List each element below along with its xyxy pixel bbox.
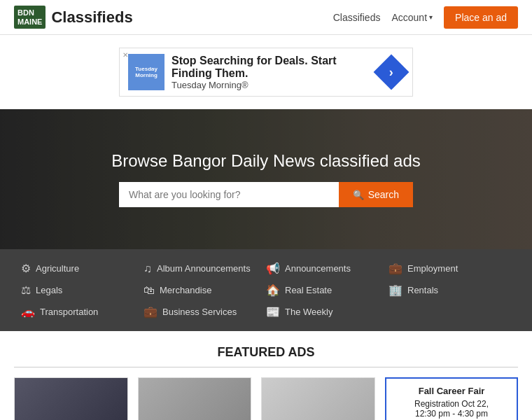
- event-box[interactable]: Fall Career Fair Registration Oct 22, 12…: [385, 377, 518, 420]
- featured-section: FEATURED ADS NOTICE OF PUBLIC HEADING Fa…: [0, 331, 532, 420]
- search-icon: 🔍: [353, 190, 364, 200]
- ad-banner-arrow-icon: ›: [374, 55, 410, 90]
- category-item[interactable]: 🏠Real Estate: [266, 284, 388, 297]
- category-item[interactable]: 🛍Merchandise: [144, 284, 266, 297]
- search-button[interactable]: 🔍 Search: [339, 182, 413, 207]
- category-label: Rentals: [407, 285, 438, 295]
- category-icon: ⚖: [21, 284, 31, 297]
- category-label: The Weekly: [285, 307, 332, 317]
- category-item[interactable]: 💼Business Services: [144, 305, 266, 318]
- category-item[interactable]: ♫Album Announcements: [144, 262, 266, 275]
- category-icon: 💼: [144, 305, 158, 318]
- category-label: Album Announcements: [157, 263, 251, 274]
- ad-banner-subtitle: Tuesday Morning®: [172, 80, 372, 90]
- featured-card-image-2: [139, 378, 251, 420]
- category-icon: ♫: [144, 262, 152, 275]
- featured-card-1[interactable]: [14, 377, 128, 420]
- ad-banner-container: ✕ Tuesday Morning Stop Searching for Dea…: [0, 41, 532, 104]
- featured-row: NOTICE OF PUBLIC HEADING Fall Career Fai…: [14, 377, 518, 420]
- category-label: Announcements: [285, 263, 351, 274]
- category-icon: 🏠: [266, 284, 280, 297]
- category-item[interactable]: 📢Announcements: [266, 262, 388, 275]
- category-icon: 🚗: [21, 305, 35, 318]
- event-line2: Registration Oct 22,: [396, 399, 507, 409]
- ad-banner-image: Tuesday Morning: [128, 54, 164, 90]
- chevron-down-icon: ▾: [429, 13, 433, 21]
- search-bar: 🔍 Search: [119, 182, 413, 207]
- ad-banner[interactable]: ✕ Tuesday Morning Stop Searching for Dea…: [119, 48, 413, 97]
- bdn-logo: BDN MAINE: [14, 6, 46, 28]
- featured-card-image-1: [15, 378, 127, 420]
- category-label: Transportation: [40, 307, 98, 317]
- category-label: Legals: [36, 285, 62, 295]
- nav-account-menu[interactable]: Account ▾: [391, 12, 433, 23]
- category-item[interactable]: 💼Employment: [388, 262, 511, 275]
- header-logo-area: BDN MAINE Classifieds: [14, 6, 133, 28]
- featured-card-3[interactable]: [261, 377, 375, 420]
- category-icon: 📰: [266, 305, 280, 318]
- ad-banner-text: Stop Searching for Deals. Start Finding …: [172, 55, 372, 90]
- nav-classifieds-link[interactable]: Classifieds: [333, 12, 381, 23]
- category-label: Real Estate: [285, 285, 332, 295]
- categories-section: ⚙Agriculture♫Album Announcements📢Announc…: [0, 249, 532, 331]
- search-input[interactable]: [119, 182, 339, 207]
- hero-content: Browse Bangor Daily News classified ads …: [0, 109, 532, 249]
- category-label: Employment: [407, 263, 458, 274]
- categories-grid: ⚙Agriculture♫Album Announcements📢Announc…: [21, 262, 511, 318]
- place-ad-button[interactable]: Place an ad: [444, 6, 518, 29]
- header-nav: Classifieds Account ▾ Place an ad: [333, 6, 518, 29]
- ad-banner-title: Stop Searching for Deals. Start Finding …: [172, 55, 372, 80]
- featured-card-image-3: [262, 378, 374, 420]
- site-title: Classifieds: [51, 8, 132, 27]
- featured-card-2[interactable]: NOTICE OF PUBLIC HEADING: [138, 377, 252, 420]
- event-line3: 12:30 pm - 4:30 pm: [396, 409, 507, 419]
- category-item[interactable]: 🚗Transportation: [21, 305, 144, 318]
- category-label: Business Services: [162, 307, 237, 317]
- event-title: Fall Career Fair: [396, 386, 507, 396]
- category-item[interactable]: 🏢Rentals: [388, 284, 511, 297]
- header: BDN MAINE Classifieds Classifieds Accoun…: [0, 0, 532, 35]
- hero-section: Browse Bangor Daily News classified ads …: [0, 109, 532, 249]
- category-item[interactable]: ⚙Agriculture: [21, 262, 144, 275]
- featured-heading: FEATURED ADS: [14, 345, 518, 368]
- category-icon: 📢: [266, 262, 280, 275]
- category-label: Merchandise: [160, 285, 211, 295]
- category-icon: 🛍: [144, 284, 155, 297]
- category-item[interactable]: 📰The Weekly: [266, 305, 388, 318]
- category-item[interactable]: ⚖Legals: [21, 284, 144, 297]
- category-icon: ⚙: [21, 262, 31, 275]
- category-icon: 💼: [388, 262, 402, 275]
- hero-title: Browse Bangor Daily News classified ads: [111, 151, 421, 171]
- category-icon: 🏢: [388, 284, 402, 297]
- ad-close-icon[interactable]: ✕: [122, 51, 128, 59]
- category-label: Agriculture: [36, 263, 79, 274]
